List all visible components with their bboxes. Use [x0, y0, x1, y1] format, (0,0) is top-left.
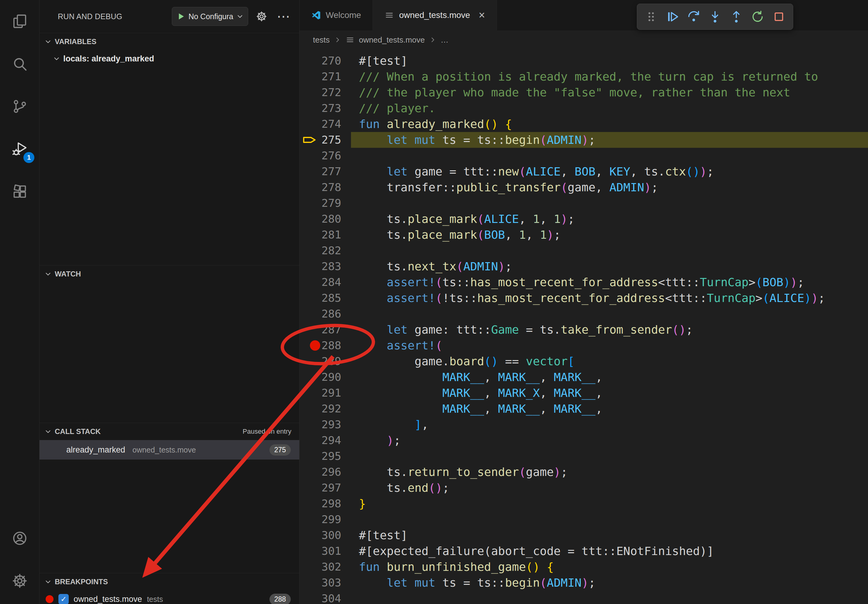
gutter: 285 — [299, 290, 359, 306]
call-stack-header[interactable]: CALL STACK Paused on entry — [40, 423, 299, 440]
step-out-button[interactable] — [727, 7, 746, 26]
code-line-273[interactable]: 273 /// player. — [299, 101, 868, 116]
breakpoint-row[interactable]: ✓ owned_tests.move tests 288 — [40, 590, 299, 604]
code-line-277[interactable]: 277 let game = ttt::new(ALICE, BOB, KEY,… — [299, 164, 868, 180]
code-line-288[interactable]: 288 assert!( — [299, 338, 868, 353]
code-line-282[interactable]: 282 — [299, 243, 868, 259]
code-line-286[interactable]: 286 — [299, 306, 868, 322]
more-actions-button[interactable]: ⋯ — [275, 8, 292, 25]
code-line-303[interactable]: 303 let mut ts = ts::begin(ADMIN); — [299, 575, 868, 591]
debug-settings-button[interactable] — [253, 8, 270, 25]
code-line-285[interactable]: 285 assert!(!ts::has_most_recent_for_add… — [299, 290, 868, 306]
code-line-283[interactable]: 283 ts.next_tx(ADMIN); — [299, 259, 868, 274]
call-stack-section: CALL STACK Paused on entry already_marke… — [40, 423, 299, 573]
activity-bar-item-source-control[interactable] — [0, 85, 39, 128]
variables-header[interactable]: VARIABLES — [40, 33, 299, 50]
gutter: 297 — [299, 480, 359, 496]
code-line-293[interactable]: 293 ], — [299, 417, 868, 432]
code-line-287[interactable]: 287 let game: ttt::Game = ts.take_from_s… — [299, 322, 868, 338]
code-line-290[interactable]: 290 MARK__, MARK__, MARK__, — [299, 369, 868, 385]
activity-bar-item-explorer[interactable] — [0, 0, 39, 43]
step-into-button[interactable] — [705, 7, 725, 26]
code-line-292[interactable]: 292 MARK__, MARK__, MARK__, — [299, 401, 868, 417]
code-line-content: assert!(!ts::has_most_recent_for_address… — [359, 290, 868, 306]
code-line-302[interactable]: 302 fun burn_unfinished_game() { — [299, 559, 868, 575]
breakpoints-header[interactable]: BREAKPOINTS — [40, 573, 299, 590]
line-number: 278 — [321, 181, 341, 194]
debug-session-badge: 1 — [23, 152, 34, 163]
breakpoint-icon[interactable] — [310, 340, 320, 351]
step-over-button[interactable] — [684, 7, 704, 26]
restart-button[interactable] — [748, 7, 767, 26]
debug-config-dropdown[interactable]: No Configura — [172, 7, 248, 26]
code-line-300[interactable]: 300 #[test] — [299, 527, 868, 543]
tab-welcome[interactable]: Welcome — [299, 0, 373, 30]
gutter: 284 — [299, 274, 359, 290]
code-line-281[interactable]: 281 ts.place_mark(BOB, 1, 1); — [299, 227, 868, 243]
stop-button[interactable] — [769, 7, 789, 26]
debug-toolbar[interactable] — [637, 4, 793, 30]
gutter: 288 — [299, 338, 359, 353]
code-line-304[interactable]: 304 — [299, 591, 868, 604]
sidebar-title: RUN AND DEBUG — [58, 12, 122, 21]
activity-bar-bottom — [0, 517, 39, 604]
line-number: 271 — [321, 70, 341, 83]
gutter: 298 — [299, 496, 359, 511]
activity-bar-item-extensions[interactable] — [0, 170, 39, 213]
line-number: 297 — [321, 482, 341, 494]
line-number: 287 — [321, 323, 341, 336]
code-line-275[interactable]: 275 let mut ts = ts::begin(ADMIN); — [299, 132, 868, 148]
code-line-296[interactable]: 296 ts.return_to_sender(game); — [299, 464, 868, 480]
activity-bar-item-search[interactable] — [0, 43, 39, 85]
code-line-294[interactable]: 294 ); — [299, 432, 868, 448]
line-number: 272 — [321, 86, 341, 99]
code-line-284[interactable]: 284 assert!(ts::has_most_recent_for_addr… — [299, 274, 868, 290]
breakpoint-checkbox[interactable]: ✓ — [58, 594, 69, 604]
code-line-270[interactable]: 270 #[test] — [299, 53, 868, 69]
code-line-content: #[test] — [359, 527, 868, 543]
activity-bar-item-account[interactable] — [0, 517, 39, 560]
line-number: 300 — [321, 529, 341, 541]
close-icon[interactable]: × — [479, 10, 485, 21]
code-line-content — [359, 591, 868, 604]
watch-header[interactable]: WATCH — [40, 265, 299, 283]
watch-label: WATCH — [55, 270, 81, 278]
code-line-content: ); — [359, 432, 868, 448]
code-line-298[interactable]: 298 } — [299, 496, 868, 511]
code-line-272[interactable]: 272 /// the player who made the "false" … — [299, 85, 868, 101]
code-line-278[interactable]: 278 transfer::public_transfer(game, ADMI… — [299, 180, 868, 195]
vscode-window: 1 RUN AND DEBUG No Configura ⋯ VARIABLES — [0, 0, 868, 604]
activity-bar-item-run-debug[interactable]: 1 — [0, 128, 39, 170]
code-line-276[interactable]: 276 — [299, 148, 868, 164]
code-line-295[interactable]: 295 — [299, 448, 868, 464]
activity-bar-item-settings[interactable] — [0, 560, 39, 602]
breadcrumb-item[interactable]: tests — [313, 35, 330, 45]
code-line-279[interactable]: 279 — [299, 195, 868, 211]
variables-section: VARIABLES locals: already_marked — [40, 33, 299, 265]
code-line-274[interactable]: 274 fun already_marked() { — [299, 116, 868, 132]
breadcrumb-item[interactable]: … — [441, 35, 449, 45]
continue-button[interactable] — [663, 7, 682, 26]
line-number: 285 — [321, 292, 341, 304]
code-line-299[interactable]: 299 — [299, 511, 868, 527]
variables-scope-row[interactable]: locals: already_marked — [40, 50, 299, 67]
code-line-301[interactable]: 301 #[expected_failure(abort_code = ttt:… — [299, 543, 868, 559]
gutter: 292 — [299, 401, 359, 417]
line-number: 288 — [321, 339, 341, 352]
call-stack-frame[interactable]: already_marked owned_tests.move 275 — [40, 440, 299, 460]
code-line-289[interactable]: 289 game.board() == vector[ — [299, 353, 868, 369]
gutter: 301 — [299, 543, 359, 559]
code-line-291[interactable]: 291 MARK__, MARK_X, MARK__, — [299, 385, 868, 401]
gear-icon — [256, 11, 267, 22]
code-line-content — [359, 243, 868, 259]
code-line-content — [359, 195, 868, 211]
start-debugging-icon[interactable] — [177, 12, 186, 21]
gutter: 293 — [299, 417, 359, 432]
tab-owned-tests-move[interactable]: owned_tests.move × — [373, 0, 497, 30]
code-line-271[interactable]: 271 /// When a position is already marke… — [299, 69, 868, 85]
line-number: 290 — [321, 371, 341, 383]
breadcrumb-item[interactable]: owned_tests.move — [359, 35, 425, 45]
code-line-297[interactable]: 297 ts.end(); — [299, 480, 868, 496]
drag-handle-button[interactable] — [642, 7, 661, 26]
code-line-280[interactable]: 280 ts.place_mark(ALICE, 1, 1); — [299, 211, 868, 227]
